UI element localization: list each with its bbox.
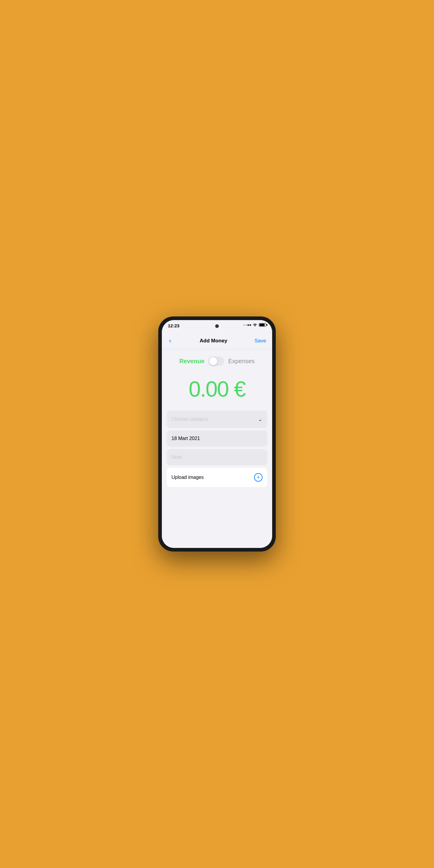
save-button[interactable]: Save [254,338,266,344]
toggle-thumb [209,357,217,365]
upload-images-label: Upload images [172,475,204,480]
amount-section: 0.00 € [162,371,272,410]
chevron-down-icon: ⌄ [258,416,262,423]
form-fields: Choose category ⌄ 18 Mart 2021 Note Uplo… [162,410,272,487]
revenue-label: Revenue [179,358,204,365]
back-button[interactable]: ‹ [168,336,173,346]
phone-frame: 12:23 ‹ Add Mone [158,316,276,552]
type-toggle-section: Revenue Expenses [162,349,272,371]
page-title: Add Money [199,338,227,344]
content-area: Revenue Expenses 0.00 € Choose category … [162,349,272,548]
wifi-icon [253,323,257,327]
status-icons [243,323,266,327]
battery-icon [259,323,266,327]
category-field[interactable]: Choose category ⌄ [167,410,267,428]
signal-icon [243,324,251,326]
status-time: 12:23 [168,323,179,328]
category-placeholder: Choose category [172,416,208,422]
revenue-expenses-toggle[interactable] [209,356,224,366]
add-image-button[interactable]: + [254,473,262,482]
note-placeholder: Note [172,455,182,460]
camera-notch [215,324,219,328]
phone-screen: 12:23 ‹ Add Mone [162,320,272,548]
note-field[interactable]: Note [167,449,267,465]
date-field[interactable]: 18 Mart 2021 [167,430,267,447]
expenses-label: Expenses [228,358,255,365]
date-value: 18 Mart 2021 [172,436,200,441]
upload-images-field[interactable]: Upload images + [167,468,267,487]
amount-value[interactable]: 0.00 € [189,377,245,401]
navigation-bar: ‹ Add Money Save [162,333,272,349]
